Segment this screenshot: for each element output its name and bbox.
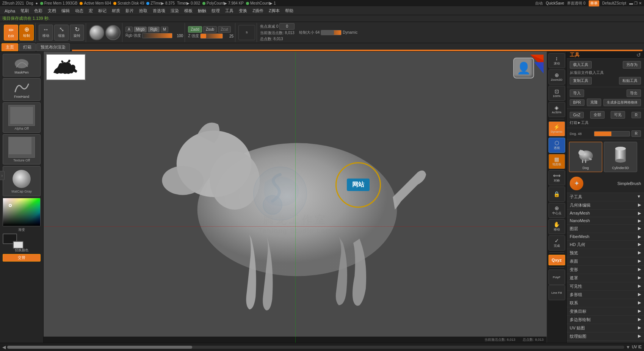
menu-help[interactable]: 帮助 xyxy=(283,7,296,14)
uvmap-collapse[interactable]: UV 贴图 ▶ xyxy=(567,324,644,332)
menu-edit[interactable]: 编辑 xyxy=(59,7,72,14)
transform-target-collapse[interactable]: 变换目标 ▶ xyxy=(567,307,644,316)
menu-prefs[interactable]: 首选项 xyxy=(150,7,168,14)
maskpen-brush-item[interactable]: MaskPen xyxy=(3,54,41,77)
menu-touch[interactable]: 触触 xyxy=(196,7,208,14)
mrgb-button[interactable]: Mrgb xyxy=(134,27,147,32)
finish-btn[interactable]: ✓ 完成 xyxy=(548,235,565,251)
expand-left-arrow[interactable]: › xyxy=(0,171,5,180)
linefill-btn[interactable]: Line Fill xyxy=(548,285,565,300)
swap-button[interactable]: 交替 xyxy=(3,254,41,262)
z-strength-slider[interactable] xyxy=(200,33,223,39)
dog-reference-image[interactable] xyxy=(46,54,86,80)
menu-material[interactable]: 材质 xyxy=(110,7,122,14)
simplebrush-row[interactable]: ✦ SimpleBrush xyxy=(567,176,644,191)
menu-color[interactable]: 色彩 xyxy=(32,7,45,14)
move-btn-rt[interactable]: ✋ 移动 xyxy=(548,219,565,234)
ac50-btn[interactable]: ◈ Ac50% xyxy=(548,102,565,117)
preview-collapse[interactable]: 预览 ▶ xyxy=(567,249,644,257)
texturemap-collapse[interactable]: 纹理贴图 ▶ xyxy=(567,332,644,341)
close-btn[interactable]: ✕ xyxy=(639,1,642,5)
zadd-button[interactable]: Zadd xyxy=(188,26,202,33)
goz-button[interactable]: GoZ xyxy=(570,112,584,118)
website-button[interactable]: 网站 xyxy=(347,179,370,191)
rp-refresh-icon[interactable]: ↺ xyxy=(636,52,641,58)
menu-zscript[interactable]: Z脚本 xyxy=(266,7,282,14)
zcut-button[interactable]: Zcut xyxy=(218,26,230,33)
color-picker[interactable] xyxy=(3,198,41,226)
scroll-right-arrow[interactable]: ▼ xyxy=(626,345,630,350)
lock-btn[interactable]: 🔒 xyxy=(548,186,565,202)
menu-template[interactable]: 模板 xyxy=(182,7,195,14)
geometry-collapse[interactable]: 几何体编辑 ▶ xyxy=(567,201,644,210)
texture-box[interactable]: Texture Off xyxy=(3,134,41,165)
load-project-row[interactable]: 从项目文件载入工具 xyxy=(567,69,644,76)
surface-collapse[interactable]: 表面 ▶ xyxy=(567,257,644,266)
menu-alpha[interactable]: Alpha xyxy=(2,8,17,14)
bpr-button[interactable]: BPR xyxy=(570,99,584,106)
visibility-collapse[interactable]: 可见性 ▶ xyxy=(567,282,644,291)
viewport-gizmo[interactable]: 👤 xyxy=(513,55,544,85)
menu-movie[interactable]: 动态 xyxy=(73,7,86,14)
export-button[interactable]: 导出 xyxy=(627,89,641,97)
s-button[interactable]: S xyxy=(238,25,255,40)
dynamic-btn[interactable]: ⚡ Dynamic xyxy=(548,121,565,136)
uv-ie-label[interactable]: UV IE xyxy=(632,345,642,349)
rotate-button[interactable]: ↻ 旋转 xyxy=(70,25,84,41)
gen-mesh-button[interactable]: 生成多边形网格物体 xyxy=(603,99,641,106)
hdgeo-collapse[interactable]: HD 几何 ▶ xyxy=(567,241,644,249)
tab-home[interactable]: 主页 xyxy=(2,43,18,51)
tab-preview[interactable]: 预览布尔渲染 xyxy=(36,43,70,51)
dog-r-button[interactable]: R xyxy=(631,130,641,137)
scroll-left-arrow[interactable]: ◀ xyxy=(2,345,6,350)
scale-button[interactable]: ⤡ 缩放 xyxy=(54,25,69,41)
polygroups-collapse[interactable]: 多形组 ▶ xyxy=(567,291,644,299)
dog-tool-item[interactable]: Dog xyxy=(569,142,602,172)
layers-collapse[interactable]: 图层 ▶ xyxy=(567,225,644,233)
a-button[interactable]: A xyxy=(125,27,133,32)
100pct-btn[interactable]: ⊡ 100% xyxy=(548,86,565,101)
menu-render[interactable]: 渲染 xyxy=(168,7,181,14)
tab-lightbox[interactable]: 灯箱 xyxy=(19,43,36,51)
center-btn-rt[interactable]: ⊕ 中心点 xyxy=(548,203,565,218)
rgb-strength-slider[interactable] xyxy=(142,33,172,38)
move-button[interactable]: ↔ 移动 xyxy=(39,25,53,41)
nanomesh-collapse[interactable]: NanoMesh ▶ xyxy=(567,217,644,225)
minimize-btn[interactable]: ▬ xyxy=(629,1,633,5)
draw-size-slider[interactable] xyxy=(321,30,342,35)
zoom2d-btn[interactable]: ⊕ Zoom2D xyxy=(548,69,565,85)
lightbox-tools-row[interactable]: 灯箱►工具 xyxy=(567,119,644,126)
paste-tool-button[interactable]: 粘贴工具 xyxy=(619,77,641,85)
bottom-scroll[interactable] xyxy=(7,346,624,349)
rgb-button[interactable]: Rgb xyxy=(148,27,159,32)
menu-macro[interactable]: 宏 xyxy=(86,7,95,14)
dog-slider[interactable] xyxy=(594,131,630,136)
masking-collapse[interactable]: 遮罩 ▶ xyxy=(567,274,644,282)
polyf-btn[interactable]: PolyF xyxy=(548,270,565,285)
edit-button[interactable]: ✏ Edit xyxy=(4,25,18,41)
r-button[interactable]: R xyxy=(631,112,641,118)
save-as-button[interactable]: 另存为 xyxy=(623,61,641,69)
import-button[interactable]: 导入 xyxy=(570,89,584,97)
menu-tool[interactable]: 工具 xyxy=(223,7,236,14)
subtool-collapse[interactable]: 子工具 ▼ xyxy=(567,193,644,201)
zsub-button[interactable]: Zsub xyxy=(203,26,217,33)
canvas-area[interactable]: 腾龙工作室 Tenlong Studio.com xyxy=(44,52,547,343)
freehand-brush-item[interactable]: FreeHand xyxy=(3,78,41,101)
menu-movie2[interactable]: 影片 xyxy=(123,7,136,14)
alpha-box[interactable]: Alpha Off xyxy=(3,102,41,133)
menu-zplugin[interactable]: Z插件 xyxy=(250,7,266,14)
load-tool-button[interactable]: 载入工具 xyxy=(570,61,592,69)
menu-marker[interactable]: 标记 xyxy=(96,7,109,14)
maximize-btn[interactable]: ❐ xyxy=(634,1,638,5)
menu-transform[interactable]: 变换 xyxy=(237,7,249,14)
visible-button[interactable]: 可见 xyxy=(611,111,625,119)
links-collapse[interactable]: 联系 ▶ xyxy=(567,299,644,307)
material-sphere[interactable] xyxy=(89,25,104,40)
cylinder-tool-item[interactable]: Cylinder3D xyxy=(604,142,637,172)
menu-brush[interactable]: 笔刷 xyxy=(18,7,31,14)
clone-button[interactable]: 克隆 xyxy=(587,99,601,106)
deformation-collapse[interactable]: 变形 ▶ xyxy=(567,266,644,274)
polypaint-collapse[interactable]: 多边形绘制 ▶ xyxy=(567,316,644,324)
scroll-btn[interactable]: ↕ 滚动 xyxy=(548,53,565,68)
